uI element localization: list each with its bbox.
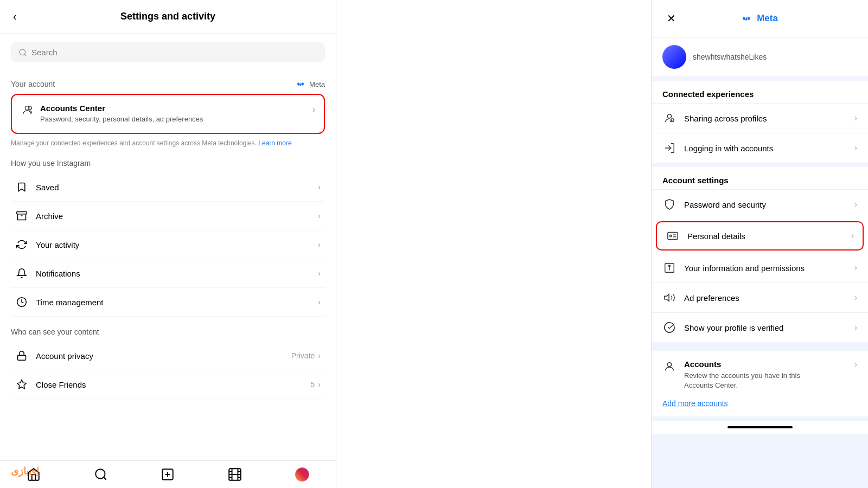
nav-search[interactable]: [94, 467, 108, 481]
your-activity-chevron: ›: [318, 240, 321, 249]
meta-text: Meta: [309, 80, 325, 88]
svg-point-25: [670, 235, 672, 237]
search-input[interactable]: [31, 48, 317, 57]
nav-reels[interactable]: [228, 467, 242, 481]
accounts-text: Accounts Review the accounts you have in…: [684, 359, 820, 390]
show-verified-chevron: ›: [854, 323, 857, 332]
ad-preferences-label: Ad preferences: [684, 293, 739, 303]
info-permissions-icon: [662, 261, 676, 275]
login-icon: [662, 141, 676, 155]
ad-preferences-item[interactable]: Ad preferences ›: [652, 282, 868, 312]
time-management-item[interactable]: Time management ›: [11, 288, 325, 317]
svg-point-29: [669, 265, 671, 267]
personal-details-item[interactable]: Personal details ›: [656, 221, 864, 251]
id-card-icon: [666, 229, 680, 243]
accounts-section: Accounts Review the accounts you have in…: [652, 351, 868, 416]
logging-in-chevron: ›: [854, 143, 857, 153]
close-friends-item[interactable]: Close Friends 5 ›: [11, 370, 325, 399]
nav-new-post[interactable]: [161, 467, 175, 481]
bottom-indicator: [652, 421, 868, 434]
archive-item-left: Archive: [15, 209, 63, 222]
password-security-item[interactable]: Password and security ›: [652, 189, 868, 219]
notifications-chevron: ›: [318, 269, 321, 278]
right-header: ✕ Meta: [652, 0, 868, 37]
personal-details-left: Personal details: [666, 229, 745, 243]
profile-avatar: [662, 45, 686, 69]
left-header: ‹ Settings and activity: [0, 0, 336, 34]
account-privacy-left: Account privacy: [15, 349, 93, 362]
svg-rect-4: [17, 212, 27, 214]
meta-header-text: Meta: [757, 13, 778, 24]
svg-point-21: [667, 114, 671, 118]
page-title: Settings and activity: [120, 11, 215, 22]
account-privacy-label: Account privacy: [36, 351, 93, 361]
svg-marker-31: [665, 294, 669, 301]
archive-icon: [15, 209, 28, 222]
account-privacy-value: Private: [291, 351, 315, 360]
accounts-center-inner: Accounts Center Password, security, pers…: [21, 104, 203, 124]
nav-profile[interactable]: [295, 467, 309, 481]
your-info-item[interactable]: Your information and permissions ›: [652, 253, 868, 282]
who-can-see-section-title: Who can see your content: [11, 328, 325, 336]
bookmark-icon: [15, 181, 28, 194]
lock-icon: [15, 349, 28, 362]
your-info-chevron: ›: [854, 263, 857, 273]
logging-in-item[interactable]: Logging in with accounts ›: [652, 133, 868, 163]
svg-point-33: [667, 363, 671, 367]
notifications-item[interactable]: Notifications ›: [11, 259, 325, 288]
show-verified-item[interactable]: Show your profile is verified ›: [652, 312, 868, 342]
accounts-inner: Accounts Review the accounts you have in…: [662, 359, 820, 390]
time-management-item-left: Time management: [15, 296, 104, 309]
meta-header-logo: Meta: [742, 13, 778, 24]
archive-item[interactable]: Archive ›: [11, 202, 325, 230]
profile-row: shewhtswhatsheLikes: [652, 37, 868, 76]
personal-details-label: Personal details: [687, 232, 745, 241]
account-privacy-right: Private ›: [291, 351, 321, 360]
connected-experiences-heading: Connected experiences: [652, 81, 868, 103]
ad-preferences-left: Ad preferences: [662, 291, 739, 305]
close-button[interactable]: ✕: [662, 10, 680, 27]
accounts-center-title: Accounts Center: [40, 104, 203, 113]
svg-rect-6: [18, 355, 26, 360]
accounts-icon: [662, 359, 676, 374]
bell-icon: [15, 267, 28, 280]
sharing-across-profiles-item[interactable]: Sharing across profiles ›: [652, 103, 868, 133]
your-account-section: Your account Meta: [11, 80, 325, 88]
close-friends-label: Close Friends: [36, 380, 86, 389]
left-content: Your account Meta: [0, 71, 336, 460]
password-left: Password and security: [662, 197, 766, 211]
megaphone-icon: [662, 291, 676, 305]
show-verified-label: Show your profile is verified: [684, 323, 783, 332]
close-friends-value: 5: [311, 380, 315, 389]
archive-chevron: ›: [318, 211, 321, 220]
your-activity-item[interactable]: Your activity ›: [11, 230, 325, 259]
close-friends-left: Close Friends: [15, 378, 86, 391]
accounts-center-card[interactable]: Accounts Center Password, security, pers…: [11, 94, 325, 134]
close-friends-right: 5 ›: [311, 380, 321, 389]
bottom-nav: [0, 460, 336, 488]
your-info-label: Your information and permissions: [684, 264, 805, 273]
saved-item[interactable]: Saved ›: [11, 173, 325, 202]
learn-more-link[interactable]: Learn more: [258, 139, 291, 147]
your-info-left: Your information and permissions: [662, 261, 805, 275]
account-settings-block: Account settings Password and security ›: [652, 167, 868, 342]
account-privacy-item[interactable]: Account privacy Private ›: [11, 342, 325, 370]
password-chevron: ›: [854, 200, 857, 209]
add-more-accounts-link[interactable]: Add more accounts: [662, 399, 857, 408]
svg-marker-7: [17, 380, 27, 389]
back-button[interactable]: ‹: [13, 10, 17, 23]
search-bar[interactable]: [11, 42, 325, 62]
search-icon: [18, 48, 27, 57]
personal-details-chevron: ›: [851, 231, 854, 241]
saved-label: Saved: [36, 183, 59, 192]
accounts-title: Accounts: [684, 359, 820, 369]
saved-chevron: ›: [318, 183, 321, 191]
svg-point-8: [95, 469, 105, 478]
accounts-center-description: Manage your connected experiences and ac…: [11, 138, 325, 148]
archive-label: Archive: [36, 211, 63, 221]
svg-line-9: [104, 477, 106, 480]
notifications-label: Notifications: [36, 269, 80, 278]
password-label: Password and security: [684, 200, 766, 209]
sharing-label: Sharing across profiles: [684, 114, 767, 123]
svg-rect-24: [668, 233, 678, 240]
